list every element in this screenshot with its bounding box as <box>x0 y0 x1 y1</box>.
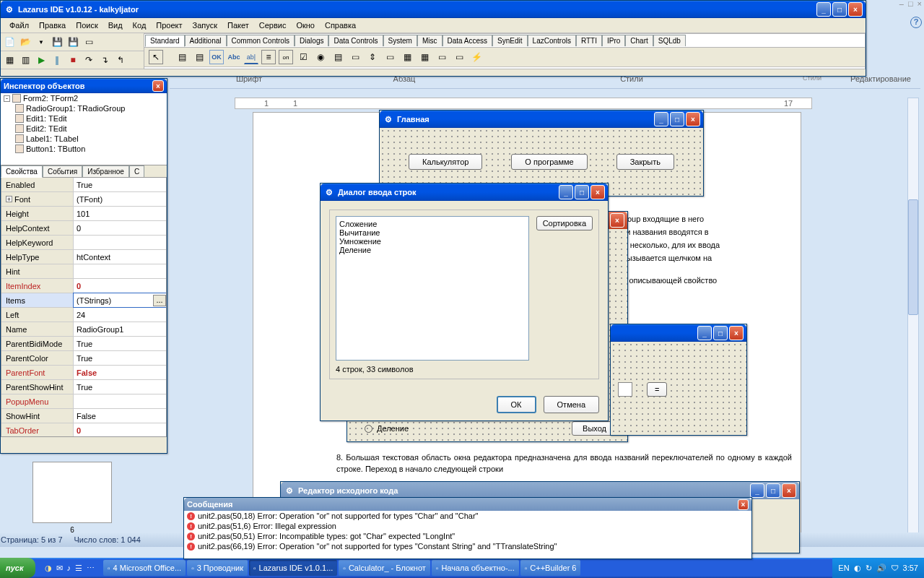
minimize-button[interactable]: _ <box>816 2 831 17</box>
comp-button-icon[interactable]: OK <box>209 50 224 64</box>
prop-row-taborder[interactable]: TabOrder0 <box>1 423 166 437</box>
ql-icon[interactable]: ◑ <box>43 564 54 573</box>
menu-service[interactable]: Сервис <box>255 20 291 31</box>
tree-form[interactable]: -Form2: TForm2 <box>1 93 167 103</box>
prop-row-parentbidimode[interactable]: ParentBidiModeTrue <box>1 337 166 351</box>
tree-radiogroup[interactable]: RadioGroup1: TRadioGroup <box>1 103 167 113</box>
comp-combobox-icon[interactable]: ▭ <box>348 50 362 64</box>
open-icon[interactable]: 📂 <box>18 35 32 49</box>
tree-label1[interactable]: Label1: TLabel <box>1 134 167 144</box>
prop-row-font[interactable]: +Font(TFont) <box>1 192 166 207</box>
menu-project[interactable]: Проект <box>152 20 186 31</box>
close-button[interactable]: × <box>782 483 796 498</box>
tab-misc[interactable]: Misc <box>417 35 443 46</box>
menu-view[interactable]: Вид <box>104 20 127 31</box>
message-item[interactable]: !unit2.pas(50,18) Error: Operation "or" … <box>184 511 751 521</box>
messages-close[interactable]: × <box>738 499 749 510</box>
maximize-button[interactable]: □ <box>670 112 684 126</box>
ellipsis-button[interactable]: ... <box>153 295 166 306</box>
clock[interactable]: 3:57 <box>903 564 918 572</box>
tab-rtti[interactable]: RTTI <box>576 35 602 46</box>
saveall-icon[interactable]: 💾 <box>66 35 80 49</box>
pause-icon[interactable]: ‖ <box>50 53 64 67</box>
tab-datactrl[interactable]: Data Controls <box>328 35 383 46</box>
close-button[interactable]: × <box>686 112 700 126</box>
maximize-button[interactable]: □ <box>575 185 589 199</box>
task-item[interactable]: ▫Calculator_ - Блокнот <box>339 560 430 576</box>
prop-row-items[interactable]: Items(TStrings)... <box>1 293 166 308</box>
comp-memo-icon[interactable]: ≡ <box>261 50 276 64</box>
save-icon[interactable]: 💾 <box>50 35 64 49</box>
tray-icon[interactable]: 🛡 <box>891 564 899 572</box>
horizontal-ruler[interactable]: 1117 <box>235 98 812 109</box>
prop-row-helptype[interactable]: HelpTypehtContext <box>1 250 166 264</box>
tab-common[interactable]: Common Controls <box>227 35 295 46</box>
tab-lazctrl[interactable]: LazControls <box>528 35 576 46</box>
close-button[interactable]: × <box>590 185 605 199</box>
prop-row-name[interactable]: NameRadioGroup1 <box>1 322 166 337</box>
menu-help[interactable]: Справка <box>321 20 360 31</box>
run-icon[interactable]: ▶ <box>34 53 48 67</box>
word-min[interactable]: –□× <box>899 0 922 8</box>
form-main-titlebar[interactable]: ⚙ Главная _ □ × <box>380 111 703 128</box>
start-button[interactable]: пуск <box>0 558 35 578</box>
help-icon[interactable]: ? <box>910 17 922 28</box>
prop-row-left[interactable]: Left24 <box>1 308 166 322</box>
comp-scroll-icon[interactable]: ⇕ <box>365 50 380 64</box>
tray-icon[interactable]: ◐ <box>854 564 861 573</box>
prop-row-parentshowhint[interactable]: ParentShowHintTrue <box>1 380 166 394</box>
menu-find[interactable]: Поиск <box>71 20 102 31</box>
status-page[interactable]: Страница: 5 из 7 <box>1 535 63 544</box>
comp-listbox-icon[interactable]: ▤ <box>331 50 345 64</box>
form-eq-client[interactable]: = <box>611 342 746 435</box>
prop-row-helpcontext[interactable]: HelpContext0 <box>1 221 166 236</box>
tab-dataaccess[interactable]: Data Access <box>443 35 493 46</box>
task-item[interactable]: ▫C++Builder 6 <box>520 560 581 576</box>
close-button[interactable]: × <box>848 2 863 17</box>
close-button[interactable]: × <box>610 213 624 228</box>
tray-icon[interactable]: ↻ <box>866 564 872 573</box>
comp-mainmenu-icon[interactable]: ▤ <box>175 50 189 64</box>
tree-edit1[interactable]: Edit1: TEdit <box>1 113 167 124</box>
comp-popupmenu-icon[interactable]: ▤ <box>192 50 206 64</box>
prop-row-hint[interactable]: Hint <box>1 264 166 279</box>
task-item[interactable]: ▫Начала объектно-... <box>432 560 519 576</box>
ql-icon[interactable]: ⋯ <box>84 564 97 573</box>
stepout-icon[interactable]: ↰ <box>113 53 128 67</box>
task-item[interactable]: ▫Lazarus IDE v1.0.1... <box>249 560 337 576</box>
comp-label-icon[interactable]: Abc <box>227 50 241 64</box>
prop-row-helpkeyword[interactable]: HelpKeyword <box>1 236 166 250</box>
tab-dialogs[interactable]: Dialogs <box>295 35 328 46</box>
comp-radio-icon[interactable]: ◉ <box>313 50 328 64</box>
menu-edit[interactable]: Правка <box>35 20 70 31</box>
prop-row-parentcolor[interactable]: ParentColorTrue <box>1 351 166 366</box>
stepin-icon[interactable]: ↴ <box>97 53 112 67</box>
prop-row-itemindex[interactable]: ItemIndex0 <box>1 279 166 293</box>
maximize-button[interactable]: □ <box>832 2 847 17</box>
tab-props[interactable]: Свойства <box>1 165 43 178</box>
newform-icon[interactable]: ▭ <box>82 35 96 49</box>
message-item[interactable]: !unit2.pas(66,19) Error: Operation "or" … <box>184 541 751 551</box>
minimize-button[interactable]: _ <box>750 483 764 498</box>
forms-icon[interactable]: ▥ <box>18 53 32 67</box>
tab-synedit[interactable]: SynEdit <box>492 35 527 46</box>
menu-run[interactable]: Запуск <box>188 20 222 31</box>
word-thumbnail-pane[interactable]: 6 <box>4 459 141 538</box>
tree-edit2[interactable]: Edit2: TEdit <box>1 124 167 134</box>
message-item[interactable]: !unit2.pas(50,51) Error: Incompatible ty… <box>184 531 751 541</box>
btn-eq[interactable]: = <box>647 382 667 397</box>
maximize-button[interactable]: □ <box>713 326 728 340</box>
btn-cancel[interactable]: Отмена <box>544 396 599 413</box>
tab-standard[interactable]: Standard <box>145 35 185 47</box>
menu-package[interactable]: Пакет <box>223 20 253 31</box>
close-button[interactable]: × <box>729 326 744 340</box>
comp-edit-icon[interactable]: ab| <box>244 50 258 64</box>
comp-radiogroup-icon[interactable]: ▦ <box>400 50 414 64</box>
menu-window[interactable]: Окно <box>292 20 319 31</box>
messages-list[interactable]: !unit2.pas(50,18) Error: Operation "or" … <box>184 511 751 558</box>
status-words[interactable]: Число слов: 1 044 <box>74 535 141 544</box>
strings-titlebar[interactable]: ⚙ Диалог ввода строк _ □ × <box>321 184 608 201</box>
comp-panel-icon[interactable]: ▭ <box>435 50 449 64</box>
comp-action-icon[interactable]: ⚡ <box>469 50 484 64</box>
btn-ok[interactable]: ОК <box>497 396 536 413</box>
